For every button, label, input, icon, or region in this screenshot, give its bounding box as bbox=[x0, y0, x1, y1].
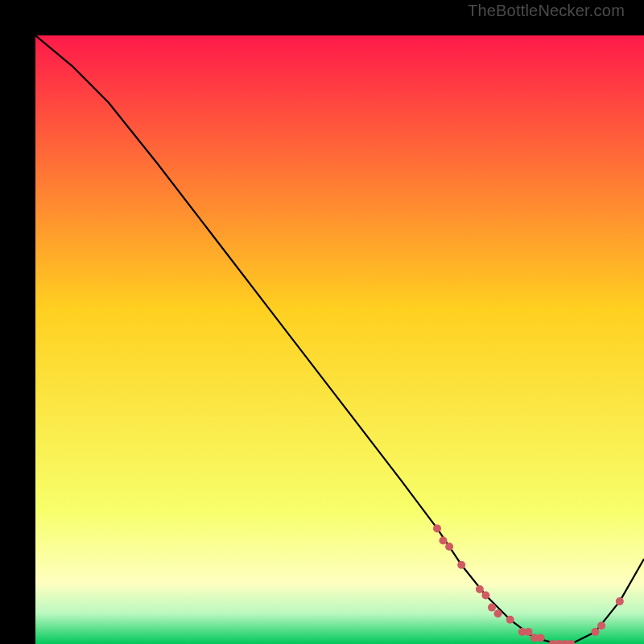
marker-dot bbox=[616, 597, 624, 605]
marker-dot bbox=[440, 537, 448, 545]
marker-dot bbox=[476, 585, 484, 593]
marker-dot bbox=[597, 621, 605, 630]
chart-frame bbox=[18, 18, 626, 626]
marker-dot bbox=[481, 592, 489, 600]
bottleneck-chart bbox=[35, 35, 644, 644]
marker-dot bbox=[445, 543, 453, 551]
marker-dot bbox=[488, 604, 496, 612]
marker-dot bbox=[457, 561, 465, 569]
marker-dot bbox=[537, 634, 545, 642]
marker-dot bbox=[524, 628, 532, 636]
marker-dot bbox=[433, 524, 441, 532]
watermark-text: TheBottleNecker.com bbox=[468, 2, 625, 20]
marker-dot bbox=[494, 609, 502, 617]
gradient-background bbox=[35, 35, 644, 644]
marker-dot bbox=[506, 616, 514, 624]
marker-dot bbox=[592, 628, 600, 636]
